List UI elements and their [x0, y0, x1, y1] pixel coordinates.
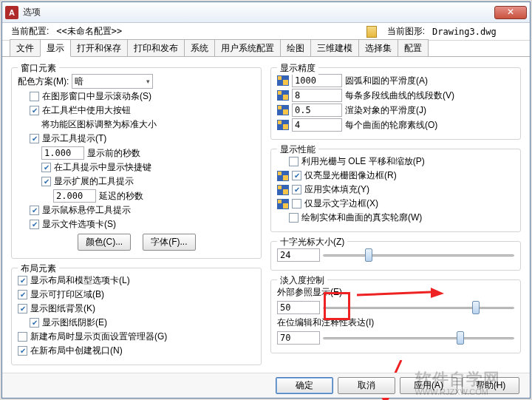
- cb-textframe[interactable]: [292, 199, 301, 209]
- contour-input[interactable]: [292, 118, 342, 132]
- cb-solidfill[interactable]: [292, 185, 301, 194]
- cancel-button[interactable]: 取消: [338, 377, 395, 394]
- current-drawing-value: Drawing3.dwg: [432, 27, 521, 37]
- group-title-performance: 显示性能: [277, 143, 318, 156]
- group-title-window: 窗口元素: [18, 62, 59, 75]
- cb-frame[interactable]: [292, 171, 301, 180]
- group-fade: 淡入度控制 外部参照显示(E) 在位编辑和注释性表达(I): [270, 279, 521, 353]
- left-column: 窗口元素 配色方案(M): 暗 ▾ 在图形窗口中显示滚动条(S) 在工具栏中使用…: [11, 63, 262, 373]
- inplace-label: 在位编辑和注释性表达(I): [277, 316, 374, 329]
- app-icon: A: [5, 6, 18, 19]
- dwg-icon: [277, 90, 289, 101]
- cb-papershadow[interactable]: [30, 318, 39, 328]
- current-drawing-label: 当前图形:: [387, 25, 425, 38]
- cb-solidfill-label: 应用实体填充(Y): [304, 183, 369, 196]
- cb-papershadow-label: 显示图纸阴影(E): [42, 316, 107, 329]
- arc-smooth-label: 圆弧和圆的平滑度(A): [345, 75, 428, 87]
- color-scheme-value: 暗: [75, 75, 83, 88]
- cb-ext-tooltip[interactable]: [41, 177, 51, 186]
- cb-filetabs[interactable]: [30, 220, 39, 229]
- cb-raster[interactable]: [289, 157, 299, 166]
- right-column: 显示精度 圆弧和圆的平滑度(A) 每条多段线曲线的线段数(V) 渲染对象的平滑度…: [270, 63, 521, 373]
- chevron-down-icon: ▾: [146, 78, 150, 85]
- ok-button[interactable]: 确定: [276, 377, 333, 394]
- cb-tooltips[interactable]: [30, 134, 39, 143]
- cb-large-buttons[interactable]: [30, 106, 39, 115]
- cb-tooltips-label: 显示工具提示(T): [42, 132, 106, 145]
- group-crosshair: 十字光标大小(Z): [270, 241, 521, 271]
- cb-silhouette-label: 绘制实体和曲面的真实轮廓(W): [301, 211, 422, 224]
- tab-3d[interactable]: 三维建模: [310, 39, 359, 56]
- dwg-icon: [277, 199, 289, 209]
- tab-user-prefs[interactable]: 用户系统配置: [214, 39, 281, 56]
- dwg-icon: [277, 105, 289, 115]
- render-smooth-label: 渲染对象的平滑度(J): [345, 104, 426, 117]
- current-profile-value: <<未命名配置>>: [56, 25, 219, 38]
- tab-display[interactable]: 显示: [40, 39, 71, 57]
- tab-open-save[interactable]: 打开和保存: [70, 39, 128, 56]
- cb-raster-label: 利用光栅与 OLE 平移和缩放(P): [301, 155, 425, 168]
- cb-layout-tabs[interactable]: [18, 276, 27, 285]
- cb-scrollbars-label: 在图形窗口中显示滚动条(S): [42, 90, 151, 103]
- cb-frame-label: 仅亮显光栅图像边框(R): [304, 169, 397, 182]
- cb-printable[interactable]: [18, 290, 27, 299]
- xref-slider[interactable]: [323, 300, 514, 315]
- tab-plot[interactable]: 打印和发布: [127, 39, 185, 56]
- xref-fade-input[interactable]: [277, 301, 320, 314]
- cb-viewport-label: 在新布局中创建视口(N): [30, 345, 123, 357]
- color-scheme-select[interactable]: 暗 ▾: [72, 74, 153, 89]
- cb-paperbg[interactable]: [18, 304, 27, 313]
- cb-hover[interactable]: [30, 206, 39, 215]
- window-title: 选项: [23, 6, 494, 18]
- ext-delay-input[interactable]: [53, 189, 96, 203]
- close-button[interactable]: ✕: [494, 6, 527, 19]
- polyline-seg-input[interactable]: [292, 89, 342, 102]
- cb-printable-label: 显示可打印区域(B): [30, 288, 104, 301]
- cb-layout-tabs-label: 显示布局和模型选项卡(L): [30, 274, 130, 287]
- tab-system[interactable]: 系统: [184, 39, 215, 56]
- contour-label: 每个曲面的轮廓素线(O): [345, 119, 437, 132]
- polyline-seg-label: 每条多段线曲线的线段数(V): [345, 89, 454, 102]
- apply-button[interactable]: 应用(A): [400, 377, 457, 394]
- cb-paperbg-label: 显示图纸背景(K): [30, 302, 95, 315]
- cb-pagesetup[interactable]: [18, 332, 27, 342]
- tab-files[interactable]: 文件: [10, 39, 41, 56]
- cb-ext-tooltip-label: 显示扩展的工具提示: [54, 175, 134, 188]
- cb-textframe-label: 仅显示文字边框(X): [304, 197, 378, 210]
- fonts-button[interactable]: 字体(F)...: [143, 234, 195, 251]
- cb-shortcut[interactable]: [41, 163, 51, 172]
- info-row: 当前配置: <<未命名配置>> 当前图形: Drawing3.dwg: [2, 23, 530, 41]
- group-display-resolution: 显示精度 圆弧和圆的平滑度(A) 每条多段线曲线的线段数(V) 渲染对象的平滑度…: [270, 67, 521, 140]
- cb-pagesetup-label: 新建布局时显示页面设置管理器(G): [30, 330, 167, 343]
- tab-strip: 文件 显示 打开和保存 打印和发布 系统 用户系统配置 绘图 三维建模 选择集 …: [2, 41, 530, 57]
- tab-selection[interactable]: 选择集: [358, 39, 398, 56]
- tooltip-delay-input[interactable]: [41, 146, 84, 160]
- options-dialog: A 选项 ✕ 当前配置: <<未命名配置>> 当前图形: Drawing3.dw…: [1, 1, 531, 399]
- color-scheme-label: 配色方案(M):: [18, 75, 69, 88]
- help-button[interactable]: 帮助(H): [462, 377, 519, 394]
- cb-scrollbars[interactable]: [30, 92, 39, 101]
- tab-drafting[interactable]: 绘图: [280, 39, 311, 56]
- group-title-layout: 布局元素: [18, 262, 59, 275]
- dwg-icon: [277, 75, 289, 86]
- tab-profiles[interactable]: 配置: [398, 39, 429, 56]
- inplace-slider[interactable]: [323, 330, 514, 345]
- fade-title: 淡入度控制: [277, 274, 327, 287]
- body: 窗口元素 配色方案(M): 暗 ▾ 在图形窗口中显示滚动条(S) 在工具栏中使用…: [2, 57, 530, 373]
- dwg-icon: [277, 120, 289, 130]
- xref-label: 外部参照显示(E): [277, 286, 342, 299]
- crosshair-slider[interactable]: [323, 248, 514, 262]
- cb-viewport[interactable]: [18, 346, 27, 356]
- cb-silhouette[interactable]: [289, 213, 299, 223]
- crosshair-input[interactable]: [277, 248, 320, 262]
- inplace-fade-input[interactable]: [277, 331, 320, 345]
- render-smooth-input[interactable]: [292, 104, 342, 117]
- arc-smooth-input[interactable]: [292, 74, 342, 87]
- group-title-resolution: 显示精度: [277, 62, 318, 75]
- crosshair-label: 十字光标大小(Z): [277, 236, 347, 248]
- footer: 确定 取消 应用(A) 帮助(H) 软件自学网 WWW.RJZXW.COM: [2, 373, 530, 398]
- current-profile-label: 当前配置:: [11, 25, 49, 38]
- dwg-icon: [277, 185, 289, 195]
- ext-delay-label: 延迟的秒数: [99, 190, 143, 203]
- colors-button[interactable]: 颜色(C)...: [78, 234, 132, 251]
